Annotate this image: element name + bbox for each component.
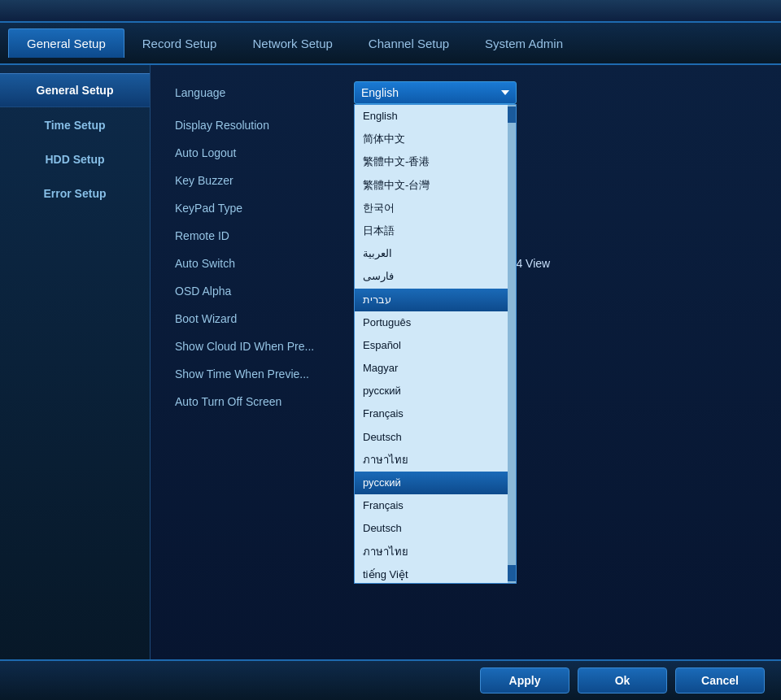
keypad-type-label: KeyPad Type: [175, 202, 354, 215]
tab-network[interactable]: Network Setup: [234, 28, 350, 58]
lang-option-vietnamese[interactable]: tiếng Việt: [355, 563, 516, 584]
tab-channel[interactable]: Channel Setup: [351, 28, 467, 58]
tab-general[interactable]: General Setup: [8, 28, 124, 58]
lang-option-hebrew[interactable]: עברית: [355, 289, 516, 311]
lang-option-german[interactable]: Deutsch: [355, 426, 516, 449]
lang-option-french[interactable]: Français: [355, 402, 516, 425]
sidebar-item-time[interactable]: Time Setup: [0, 109, 150, 141]
lang-option-farsi[interactable]: فارسی: [355, 265, 516, 288]
lang-option-arabic[interactable]: العربية: [355, 242, 516, 265]
key-buzzer-label: Key Buzzer: [175, 174, 354, 187]
lang-option-portuguese[interactable]: Português: [355, 311, 516, 334]
lang-option-korean[interactable]: 한국어: [355, 197, 516, 220]
language-label: Language: [175, 86, 354, 99]
lang-option-trad-chinese-tw[interactable]: 繁體中文-台灣: [355, 174, 516, 197]
osd-alpha-label: OSD Alpha: [175, 285, 354, 298]
auto-logout-label: Auto Logout: [175, 146, 354, 159]
language-dropdown-container: English English 简体中文 繁體中文-香港 繁體中文-台灣 한국어…: [354, 81, 517, 104]
lang-option-english[interactable]: English: [355, 105, 516, 128]
tab-record[interactable]: Record Setup: [124, 28, 235, 58]
sidebar-item-general[interactable]: General Setup: [0, 73, 150, 107]
lang-option-spanish[interactable]: Español: [355, 334, 516, 357]
lang-option-simplified-chinese[interactable]: 简体中文: [355, 128, 516, 150]
dropdown-arrow-icon: [501, 90, 509, 95]
sidebar-item-error[interactable]: Error Setup: [0, 177, 150, 210]
dropdown-scrollbar-thumb-top: [508, 107, 516, 123]
ok-button[interactable]: Ok: [578, 667, 667, 693]
display-resolution-label: Display Resolution: [175, 119, 354, 132]
sidebar-item-hdd[interactable]: HDD Setup: [0, 143, 150, 176]
lang-option-russian[interactable]: русский: [355, 380, 516, 402]
show-time-label: Show Time When Previe...: [175, 367, 354, 380]
language-dropdown-selected[interactable]: English: [354, 81, 517, 104]
lang-option-german2[interactable]: Deutsch: [355, 517, 516, 540]
top-bar: [0, 0, 781, 23]
dropdown-scrollbar-thumb-bottom: [508, 565, 516, 581]
cancel-button[interactable]: Cancel: [675, 667, 765, 693]
apply-button[interactable]: Apply: [480, 667, 569, 693]
settings-panel: Language English English 简体中文 繁體中文-香港 繁體…: [151, 65, 781, 659]
lang-option-thai[interactable]: ภาษาไทย: [355, 449, 516, 472]
auto-switch-label: Auto Switch: [175, 257, 354, 270]
lang-option-thai2[interactable]: ภาษาไทย: [355, 541, 516, 563]
lang-option-japanese[interactable]: 日本語: [355, 220, 516, 242]
tab-system[interactable]: System Admin: [467, 28, 581, 58]
language-dropdown-list[interactable]: English 简体中文 繁體中文-香港 繁體中文-台灣 한국어 日本語 الع…: [354, 104, 517, 584]
dropdown-scrollbar-track[interactable]: [508, 105, 516, 583]
bottom-bar: Apply Ok Cancel: [0, 659, 781, 700]
language-row: Language English English 简体中文 繁體中文-香港 繁體…: [175, 81, 757, 104]
boot-wizard-label: Boot Wizard: [175, 312, 354, 325]
sidebar: General Setup Time Setup HDD Setup Error…: [0, 65, 151, 659]
language-setting: English English 简体中文 繁體中文-香港 繁體中文-台灣 한국어…: [354, 81, 757, 104]
remote-id-label: Remote ID: [175, 229, 354, 242]
tab-navigation: General Setup Record Setup Network Setup…: [0, 23, 781, 65]
auto-turn-off-label: Auto Turn Off Screen: [175, 395, 354, 408]
show-cloud-id-label: Show Cloud ID When Pre...: [175, 340, 354, 353]
lang-option-trad-chinese-hk[interactable]: 繁體中文-香港: [355, 150, 516, 173]
main-content: General Setup Time Setup HDD Setup Error…: [0, 65, 781, 659]
lang-option-russian2[interactable]: русский: [355, 472, 516, 494]
lang-option-hungarian[interactable]: Magyar: [355, 357, 516, 380]
lang-option-french2[interactable]: Français: [355, 494, 516, 517]
